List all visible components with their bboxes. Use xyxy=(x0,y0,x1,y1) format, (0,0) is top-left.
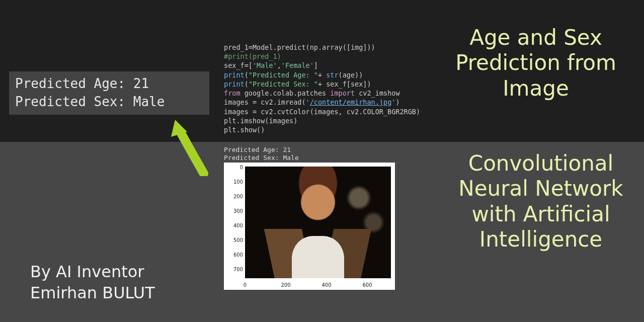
code-line: images = cv2.cvtColor(images, cv2.COLOR_… xyxy=(224,108,420,116)
prediction-callout: Predicted Age: 21 Predicted Sex: Male xyxy=(9,71,209,115)
code-line: print("Predicted Sex: "+ sex_f[sex]) xyxy=(224,80,371,88)
matplotlib-plot: 0 100 200 300 400 500 600 700 0 200 400 … xyxy=(224,163,395,290)
y-tick: 700 xyxy=(225,267,243,272)
x-tick: 200 xyxy=(281,282,290,288)
code-line: plt.imshow(images) xyxy=(224,117,297,125)
output-line-2: Predicted Sex: Male xyxy=(224,154,299,162)
code-line: from google.colab.patches import cv2_ims… xyxy=(224,89,400,97)
callout-line-2: Predicted Sex: Male xyxy=(15,94,165,109)
portrait-shirt xyxy=(292,236,344,278)
y-tick: 400 xyxy=(225,223,243,228)
subtitle-heading: Convolutional Neural Network with Artifi… xyxy=(438,151,644,253)
y-tick: 0 xyxy=(225,165,243,170)
callout-line-1: Predicted Age: 21 xyxy=(15,76,149,91)
y-tick: 500 xyxy=(225,237,243,243)
arrow-icon xyxy=(166,116,221,176)
title-heading: Age and Sex Prediction from Image xyxy=(435,25,636,101)
code-output: Predicted Age: 21 Predicted Sex: Male xyxy=(224,146,299,163)
output-line-1: Predicted Age: 21 xyxy=(224,146,291,153)
code-block: pred_1=Model.predict(np.array([img])) #p… xyxy=(224,43,425,134)
code-line: print("Predicted Age: "+ str(age)) xyxy=(224,71,363,79)
code-line: plt.show() xyxy=(224,126,265,134)
plot-image-area xyxy=(245,167,391,278)
y-tick: 100 xyxy=(225,179,243,185)
y-tick: 300 xyxy=(225,208,243,214)
x-tick: 600 xyxy=(362,282,372,288)
x-tick: 400 xyxy=(321,282,331,288)
y-tick: 600 xyxy=(225,252,243,258)
y-tick: 200 xyxy=(225,194,243,199)
code-comment: #print(pred_1) xyxy=(224,52,281,60)
byline-text: By AI Inventor Emirhan BULUT xyxy=(30,262,211,303)
code-line: pred_1=Model.predict(np.array([img])) xyxy=(224,43,375,51)
code-line: images = cv2.imread('/content/emirhan.jp… xyxy=(224,98,400,106)
x-tick: 0 xyxy=(244,282,247,288)
code-line: sex_f=['Male','Female'] xyxy=(224,61,318,69)
